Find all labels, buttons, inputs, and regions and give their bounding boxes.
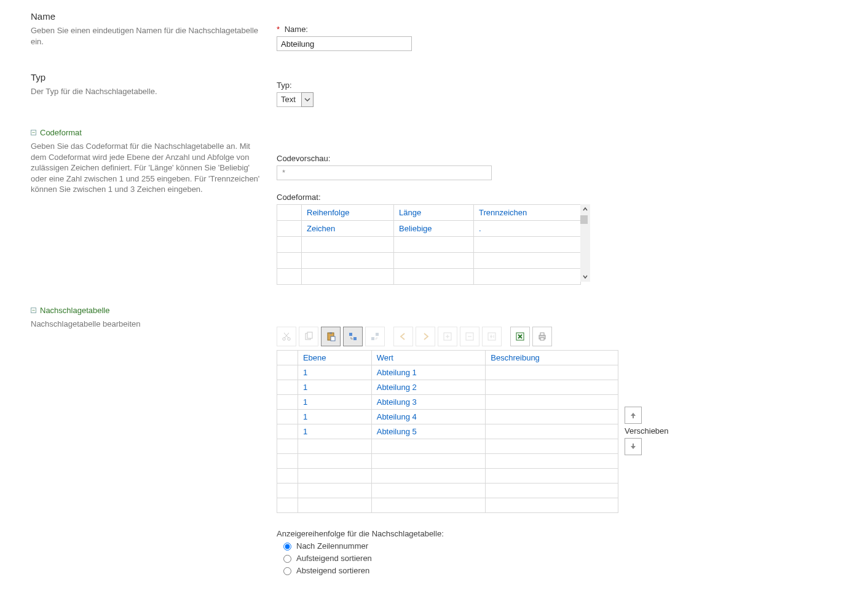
scroll-down-icon[interactable] (580, 272, 590, 282)
minus-icon: − (31, 130, 36, 135)
name-desc: Geben Sie einen eindeutigen Namen für di… (31, 25, 262, 47)
cut-button[interactable] (277, 327, 296, 346)
radio-asc[interactable] (283, 555, 291, 563)
svg-rect-16 (540, 333, 544, 335)
scroll-thumb[interactable] (580, 215, 588, 224)
name-input[interactable] (277, 36, 412, 51)
table-row (277, 269, 581, 285)
cell-seq[interactable]: Zeichen (302, 221, 394, 237)
col-desc[interactable]: Beschreibung (486, 351, 618, 365)
lookup-toolbar (277, 327, 837, 346)
svg-rect-6 (331, 336, 335, 341)
lookup-grid[interactable]: Ebene Wert Beschreibung 1Abteilung 1 1Ab… (277, 350, 618, 513)
type-select-value[interactable]: Text (277, 92, 301, 107)
prev-button[interactable] (393, 327, 413, 346)
sort-opt-asc[interactable]: Aufsteigend sortieren (280, 553, 837, 563)
codeformat-title: Codeformat (40, 128, 82, 137)
col-seq[interactable]: Reihenfolge (302, 205, 394, 221)
codeformat-desc: Geben Sie das Codeformat für die Nachsch… (31, 141, 262, 195)
table-row (277, 454, 618, 469)
preview-label: Codevorschau: (277, 154, 837, 163)
col-marker (277, 205, 302, 221)
svg-rect-17 (540, 338, 544, 340)
table-row: 1Abteilung 2 (277, 380, 618, 395)
required-star: * (277, 25, 280, 34)
sort-opt-rownum[interactable]: Nach Zeilennummer (280, 541, 837, 551)
type-select-button[interactable] (301, 92, 314, 107)
code-preview: * (277, 165, 492, 180)
move-label: Verschieben (625, 426, 669, 436)
radio-rownum[interactable] (283, 543, 291, 551)
col-level[interactable]: Ebene (298, 351, 371, 365)
table-row: 1Abteilung 4 (277, 410, 618, 424)
codeformat-expander[interactable]: − Codeformat (31, 128, 262, 137)
print-button[interactable] (532, 327, 552, 346)
name-title: Name (31, 11, 262, 22)
table-row: 1Abteilung 3 (277, 395, 618, 410)
svg-rect-7 (349, 333, 352, 336)
cell-sep[interactable]: . (474, 221, 581, 237)
table-row (277, 439, 618, 454)
sort-opt-desc[interactable]: Absteigend sortieren (280, 565, 837, 575)
grid-scrollbar[interactable] (580, 204, 590, 282)
sort-label: Anzeigereihenfolge für die Nachschlageta… (277, 529, 837, 538)
copy-button[interactable] (299, 327, 318, 346)
svg-point-1 (288, 338, 290, 340)
type-desc: Der Typ für die Nachschlagetabelle. (31, 86, 262, 97)
table-row (277, 237, 581, 253)
lookup-title: Nachschlagetabelle (40, 306, 109, 315)
table-row: 1Abteilung 1 (277, 365, 618, 380)
move-down-button[interactable] (625, 438, 642, 455)
radio-desc[interactable] (283, 567, 291, 575)
table-row: 1Abteilung 5 (277, 424, 618, 439)
codeformat-grid-label: Codeformat: (277, 193, 837, 202)
svg-rect-9 (376, 333, 379, 336)
svg-rect-5 (329, 332, 332, 334)
outdent-button[interactable] (365, 327, 385, 346)
svg-rect-8 (353, 337, 357, 340)
svg-rect-3 (307, 332, 312, 338)
table-row: Zeichen Beliebige . (277, 221, 581, 237)
indent-button[interactable] (343, 327, 363, 346)
table-row (277, 484, 618, 498)
table-row (277, 469, 618, 484)
codeformat-grid[interactable]: Reihenfolge Länge Trennzeichen Zeichen B… (277, 204, 581, 285)
export-excel-button[interactable] (510, 327, 530, 346)
move-up-button[interactable] (625, 407, 642, 424)
scroll-up-icon[interactable] (580, 204, 590, 214)
add-special-button[interactable] (482, 327, 502, 346)
col-sep[interactable]: Trennzeichen (474, 205, 581, 221)
add-button[interactable] (438, 327, 457, 346)
lookup-desc: Nachschlagetabelle bearbeiten (31, 319, 262, 330)
paste-button[interactable] (321, 327, 341, 346)
svg-point-0 (283, 338, 285, 340)
table-row (277, 253, 581, 269)
cell-len[interactable]: Beliebige (394, 221, 474, 237)
minus-icon: − (31, 308, 36, 313)
type-title: Typ (31, 72, 262, 82)
type-field-label: Typ: (277, 81, 837, 90)
name-field-label: Name: (285, 25, 308, 34)
col-marker (277, 351, 298, 365)
table-row (277, 498, 618, 513)
col-value[interactable]: Wert (371, 351, 486, 365)
remove-button[interactable] (460, 327, 479, 346)
svg-rect-10 (371, 337, 374, 340)
lookup-expander[interactable]: − Nachschlagetabelle (31, 306, 262, 315)
col-len[interactable]: Länge (394, 205, 474, 221)
next-button[interactable] (416, 327, 435, 346)
